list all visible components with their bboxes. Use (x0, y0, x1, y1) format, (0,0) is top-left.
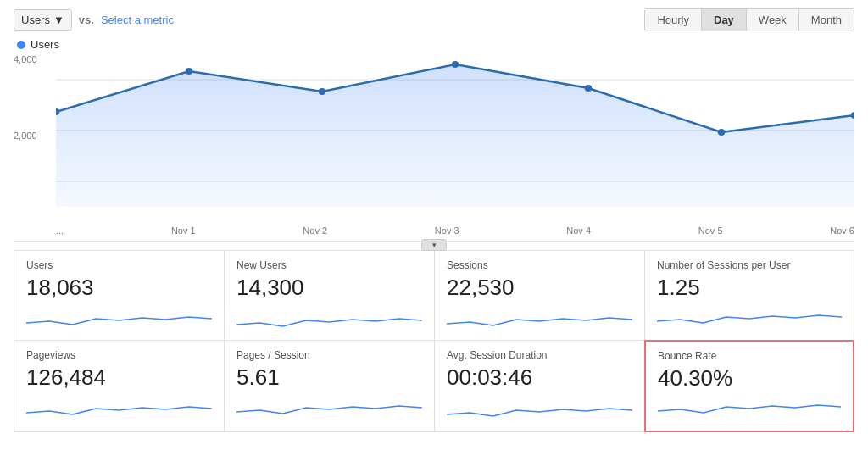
primary-metric-label: Users (21, 14, 50, 26)
metrics-row-1: Users 18,063 New Users 14,300 Sessions 2… (14, 250, 854, 341)
toolbar: Users ▼ vs. Select a metric Hourly Day W… (14, 8, 854, 31)
x-label-nov6: Nov 6 (830, 225, 854, 236)
dropdown-arrow-icon: ▼ (53, 14, 64, 26)
metric-label-users: Users (26, 259, 212, 271)
data-point (186, 68, 192, 75)
x-label-nov2: Nov 2 (303, 225, 327, 236)
x-label-nov4: Nov 4 (566, 225, 591, 236)
sparkline-bounce-rate (658, 397, 841, 422)
chart-wrapper: 4,000 2,000 (14, 54, 854, 224)
metric-card-users: Users 18,063 (14, 250, 224, 341)
metric-label-pages-session: Pages / Session (236, 349, 422, 361)
sparkline-sessions-per-user (657, 306, 842, 331)
chart-legend: Users (14, 38, 854, 51)
metric-card-sessions: Sessions 22,530 (434, 250, 644, 341)
metric-value-bounce-rate: 40.30% (658, 365, 841, 392)
chart-fill (56, 64, 854, 207)
month-button[interactable]: Month (799, 9, 854, 31)
time-period-buttons: Hourly Day Week Month (644, 8, 854, 31)
sparkline-pages-session (236, 396, 422, 421)
metric-label-bounce-rate: Bounce Rate (658, 350, 841, 362)
metric-value-sessions: 22,530 (447, 275, 632, 301)
primary-metric-selector[interactable]: Users ▼ (14, 9, 72, 31)
sparkline-users (26, 306, 212, 331)
sparkline-sessions (447, 306, 632, 331)
metric-value-new-users: 14,300 (236, 275, 422, 301)
legend-label: Users (31, 38, 59, 51)
metric-value-users: 18,063 (26, 275, 212, 301)
metric-label-sessions-per-user: Number of Sessions per User (657, 259, 842, 271)
metric-card-pages-session: Pages / Session 5.61 (224, 341, 434, 432)
metric-value-pages-session: 5.61 (236, 364, 422, 391)
metrics-row-2: Pageviews 126,484 Pages / Session 5.61 A… (14, 341, 854, 432)
week-button[interactable]: Week (747, 9, 799, 31)
data-point (452, 61, 459, 68)
x-label-nov5: Nov 5 (698, 225, 723, 236)
select-metric-link[interactable]: Select a metric (101, 14, 174, 26)
vs-label: vs. (79, 14, 94, 26)
metric-value-avg-session: 00:03:46 (447, 364, 632, 391)
data-point (585, 85, 592, 92)
y-axis-labels: 4,000 2,000 (14, 54, 37, 207)
metric-label-sessions: Sessions (447, 259, 632, 271)
metric-label-avg-session: Avg. Session Duration (447, 349, 632, 361)
metric-card-pageviews: Pageviews 126,484 (14, 341, 224, 432)
metric-card-avg-session: Avg. Session Duration 00:03:46 (434, 341, 644, 432)
x-label-nov3: Nov 3 (435, 225, 459, 236)
chart-collapse-button[interactable]: ▾ (421, 239, 447, 251)
metric-value-pageviews: 126,484 (26, 364, 212, 391)
metric-label-new-users: New Users (236, 259, 422, 271)
metric-card-new-users: New Users 14,300 (224, 250, 434, 341)
metric-card-sessions-per-user: Number of Sessions per User 1.25 (644, 250, 854, 341)
data-point (319, 88, 326, 95)
toolbar-left: Users ▼ vs. Select a metric (14, 9, 174, 31)
metric-value-sessions-per-user: 1.25 (657, 275, 842, 301)
y-label-mid: 2,000 (14, 131, 37, 141)
hourly-button[interactable]: Hourly (645, 9, 702, 31)
y-label-top: 4,000 (14, 54, 37, 64)
sparkline-new-users (236, 306, 422, 331)
chart-area: Users 4,000 2,000 (14, 38, 854, 242)
data-point (718, 129, 725, 136)
sparkline-avg-session (447, 396, 632, 421)
metric-label-pageviews: Pageviews (26, 349, 212, 361)
x-label-nov1: Nov 1 (171, 225, 196, 236)
x-label-start: ... (56, 225, 64, 236)
metric-card-bounce-rate: Bounce Rate 40.30% (644, 340, 854, 432)
x-axis-labels: ... Nov 1 Nov 2 Nov 3 Nov 4 Nov 5 Nov 6 (14, 225, 854, 236)
day-button[interactable]: Day (702, 9, 747, 31)
line-chart-svg (56, 54, 854, 207)
chart-handle: ▾ (14, 239, 854, 251)
sparkline-pageviews (26, 396, 212, 421)
legend-dot (17, 41, 25, 49)
